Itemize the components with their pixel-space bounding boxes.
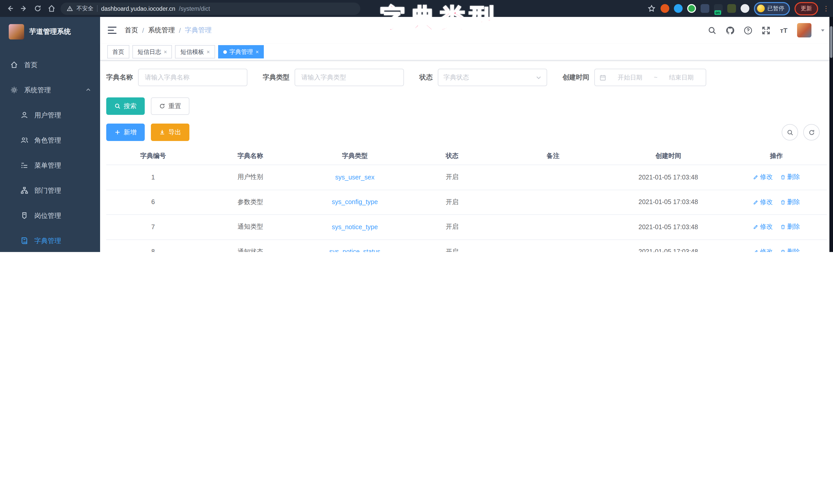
tabs-bar: 首页短信日志×短信模板×字典管理×	[100, 44, 833, 60]
hamburger-icon[interactable]	[108, 27, 117, 34]
sidebar-item[interactable]: 首页	[0, 52, 100, 77]
url-host: dashboard.yudao.iocoder.cn	[101, 5, 175, 11]
refresh-icon	[159, 103, 165, 109]
fullscreen-icon[interactable]	[761, 26, 770, 35]
font-size-icon[interactable]: ᴛT	[779, 26, 788, 35]
status-placeholder: 字典状态	[444, 73, 469, 82]
cell-created-time: 2021-01-05 17:03:48	[611, 199, 726, 206]
table-row: 6参数类型sys_config_type开启2021-01-05 17:03:4…	[106, 190, 827, 215]
app-logo-row[interactable]: 芋道管理系统	[0, 17, 100, 46]
sidebar-item[interactable]: 角色管理	[0, 128, 100, 153]
cell-created-time: 2021-01-05 17:03:48	[611, 224, 726, 231]
close-icon[interactable]: ×	[207, 49, 210, 55]
browser-reload-icon[interactable]	[33, 4, 42, 13]
calendar-icon	[599, 74, 606, 81]
user-caret-down-icon[interactable]	[820, 26, 825, 35]
window-scrollbar[interactable]	[829, 17, 833, 252]
filter-dict-name: 字典名称	[106, 69, 247, 86]
delete-button[interactable]: 删除	[780, 223, 800, 231]
sidebar-item[interactable]: 字典管理	[0, 228, 100, 252]
toggle-search-button[interactable]	[782, 124, 798, 141]
search-button[interactable]: 搜索	[106, 97, 145, 115]
edit-label: 修改	[760, 223, 773, 231]
delete-button[interactable]: 删除	[780, 173, 800, 182]
sidebar-item[interactable]: 岗位管理	[0, 203, 100, 228]
tab-短信模板[interactable]: 短信模板×	[175, 45, 215, 58]
dict-type-link[interactable]: sys_notice_type	[332, 224, 378, 231]
dict-book-icon	[21, 237, 28, 245]
ext-blue-drop-icon[interactable]	[674, 4, 683, 13]
search-icon	[115, 103, 121, 109]
users-icon	[21, 136, 28, 144]
ext-green-sprout-icon[interactable]	[727, 4, 736, 13]
tab-字典管理[interactable]: 字典管理×	[218, 45, 264, 58]
reset-button[interactable]: 重置	[151, 97, 189, 115]
delete-label: 删除	[787, 248, 800, 252]
ext-orange-circle-icon[interactable]	[661, 4, 669, 13]
sidebar-item[interactable]: 部门管理	[0, 178, 100, 203]
browser-home-icon[interactable]	[47, 4, 56, 13]
breadcrumb-item[interactable]: 系统管理	[148, 26, 175, 35]
delete-button[interactable]: 删除	[780, 248, 800, 252]
delete-button[interactable]: 删除	[780, 198, 800, 207]
sidebar-item-label: 字典管理	[34, 236, 61, 245]
emoji-avatar-icon	[757, 5, 765, 12]
dict-name-input[interactable]	[138, 69, 247, 86]
scrollbar-thumb[interactable]	[830, 26, 832, 58]
browser-back-icon[interactable]	[5, 4, 15, 13]
tab-label: 短信模板	[181, 48, 204, 56]
ext-blue-square-icon[interactable]	[700, 4, 709, 13]
dict-type-link[interactable]: sys_notice_status	[329, 248, 380, 252]
cell-operations: 修改删除	[726, 198, 827, 207]
cell-dict-name: 通知状态	[200, 248, 301, 252]
column-header: 字典类型	[301, 152, 409, 160]
browser-forward-icon[interactable]	[19, 4, 28, 13]
address-bar[interactable]: 不安全 dashboard.yudao.iocoder.cn/system/di…	[61, 2, 360, 15]
cell-created-time: 2021-01-05 17:03:48	[611, 248, 726, 252]
breadcrumb-item[interactable]: 字典管理	[185, 26, 212, 35]
profile-paused-pill[interactable]: 已暂停	[754, 2, 790, 15]
table-header-row: 字典编号字典名称字典类型状态备注创建时间操作	[106, 148, 827, 165]
edit-button[interactable]: 修改	[753, 173, 773, 182]
tab-首页[interactable]: 首页	[107, 45, 129, 58]
question-icon[interactable]	[743, 26, 753, 35]
cell-operations: 修改删除	[726, 173, 827, 182]
column-header: 操作	[726, 152, 827, 160]
ext-on-badge-icon[interactable]: on	[714, 4, 723, 13]
search-icon[interactable]	[707, 26, 716, 35]
gear-icon	[10, 86, 18, 94]
sidebar-item[interactable]: 用户管理	[0, 103, 100, 128]
post-badge-icon	[21, 212, 28, 220]
sidebar-item-label: 首页	[24, 60, 38, 70]
close-icon[interactable]: ×	[256, 49, 259, 55]
export-button[interactable]: 导出	[151, 124, 189, 141]
browser-update-button[interactable]: 更新	[794, 2, 818, 15]
sidebar-item[interactable]: 菜单管理	[0, 153, 100, 178]
user-avatar[interactable]	[797, 23, 811, 37]
bookmark-star-icon[interactable]	[647, 4, 656, 13]
refresh-table-button[interactable]	[803, 124, 820, 141]
dict-type-link[interactable]: sys_config_type	[332, 199, 378, 206]
edit-button[interactable]: 修改	[753, 223, 773, 231]
cell-dict-name: 参数类型	[200, 198, 301, 207]
cell-status: 开启	[409, 223, 495, 231]
tab-短信日志[interactable]: 短信日志×	[133, 45, 172, 58]
sidebar-item[interactable]: 系统管理	[0, 77, 100, 103]
chevron-down-icon	[536, 75, 542, 80]
edit-button[interactable]: 修改	[753, 248, 773, 252]
breadcrumb-item[interactable]: 首页	[125, 26, 138, 35]
ext-green-circle-icon[interactable]	[687, 4, 696, 13]
active-tab-dot-icon	[223, 50, 227, 54]
close-icon[interactable]: ×	[164, 49, 167, 55]
browser-menu-icon[interactable]: ⋮	[823, 5, 828, 12]
cell-dict-type: sys_config_type	[301, 199, 409, 206]
dict-type-input[interactable]	[294, 69, 404, 86]
date-range-picker[interactable]: 开始日期 ~ 结束日期	[594, 69, 706, 86]
status-select[interactable]: 字典状态	[438, 69, 547, 86]
github-icon[interactable]	[725, 26, 735, 35]
ext-white-paw-icon[interactable]	[741, 4, 749, 13]
edit-button[interactable]: 修改	[753, 198, 773, 207]
add-button[interactable]: 新增	[106, 124, 145, 141]
tab-label: 短信日志	[138, 48, 161, 56]
dict-type-link[interactable]: sys_user_sex	[335, 174, 375, 181]
